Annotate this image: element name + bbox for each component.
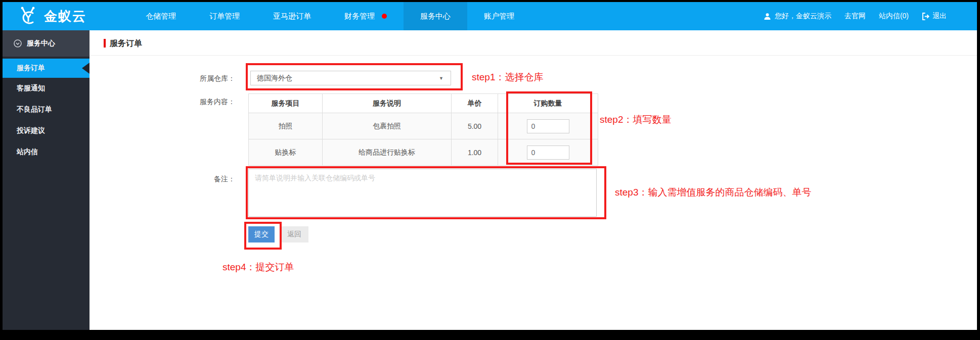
table-header-row: 服务项目 服务说明 单价 订购数量: [249, 94, 598, 113]
step4-annotation: step4：提交订单: [222, 261, 294, 274]
logout-label: 退出: [932, 12, 947, 21]
table-row: 贴换标 给商品进行贴换标 1.00: [249, 139, 598, 166]
sidebar-item-service-orders[interactable]: 服务订单: [3, 59, 90, 78]
warehouse-select[interactable]: 德国海外仓 ▼: [250, 71, 451, 85]
cell-unit-price: 1.00: [452, 139, 498, 166]
main-nav: 仓储管理 订单管理 亚马逊订单 财务管理 服务中心 账户管理: [129, 2, 531, 30]
qty-input-photo[interactable]: [527, 119, 569, 133]
notification-dot: [382, 14, 387, 19]
nav-item-finance[interactable]: 财务管理: [328, 2, 404, 30]
topbar-right: 您好，金蚁云演示 去官网 站内信(0) 退出: [764, 2, 947, 30]
col-service-item: 服务项目: [249, 94, 323, 113]
submit-button[interactable]: 提交: [248, 226, 275, 242]
logout-link[interactable]: 退出: [922, 12, 947, 21]
cell-order-qty: [498, 139, 598, 166]
cell-service-desc: 给商品进行贴换标: [323, 139, 452, 166]
service-table: 服务项目 服务说明 单价 订购数量 拍照 包裹拍照 5.00 贴换标 给商品进行…: [248, 93, 598, 166]
sidebar-item-label: 投诉建议: [17, 126, 45, 135]
official-site-link[interactable]: 去官网: [844, 12, 866, 21]
title-marker: [104, 39, 106, 47]
warehouse-select-value: 德国海外仓: [257, 74, 292, 83]
user-icon: [764, 13, 771, 20]
back-button[interactable]: 返回: [280, 226, 308, 242]
page-header: [90, 30, 977, 56]
active-item-arrow-icon: [82, 63, 90, 74]
cell-order-qty: [498, 113, 598, 139]
col-unit-price: 单价: [452, 94, 498, 113]
nav-item-warehouse[interactable]: 仓储管理: [129, 2, 193, 30]
site-mail-label: 站内信(0): [879, 12, 909, 21]
sidebar-item-complaints[interactable]: 投诉建议: [3, 120, 90, 141]
official-site-label: 去官网: [844, 12, 866, 21]
step3-annotation: step3：输入需增值服务的商品仓储编码、单号: [615, 186, 811, 199]
user-greeting: 您好，金蚁云演示: [764, 12, 831, 21]
step1-annotation: step1：选择仓库: [472, 71, 543, 84]
nav-item-amazon-orders[interactable]: 亚马逊订单: [256, 2, 328, 30]
sidebar: 服务中心 服务订单 客服通知 不良品订单 投诉建议 站内信: [3, 30, 90, 330]
nav-item-finance-label: 财务管理: [344, 12, 375, 21]
col-service-desc: 服务说明: [323, 94, 452, 113]
site-mail-link[interactable]: 站内信(0): [879, 12, 909, 21]
user-greeting-text: 您好，金蚁云演示: [775, 12, 831, 21]
sidebar-item-site-mail[interactable]: 站内信: [3, 141, 90, 163]
cell-service-item: 拍照: [249, 113, 323, 139]
sidebar-item-defective-orders[interactable]: 不良品订单: [3, 99, 90, 120]
page-title: 服务订单: [110, 38, 142, 49]
logout-icon: [922, 13, 929, 20]
sidebar-item-label: 站内信: [17, 148, 38, 157]
app-window: 金蚁云 仓储管理 订单管理 亚马逊订单 财务管理 服务中心 账户管理 您好，金蚁…: [0, 0, 980, 340]
qty-input-relabel[interactable]: [527, 145, 569, 160]
circle-chevron-icon: [14, 39, 22, 47]
service-content-label: 服务内容：: [172, 98, 235, 107]
nav-item-orders[interactable]: 订单管理: [193, 2, 256, 30]
sidebar-header-label: 服务中心: [27, 39, 55, 48]
sidebar-item-cs-notice[interactable]: 客服通知: [3, 78, 90, 99]
sidebar-item-label: 服务订单: [17, 64, 45, 73]
table-row: 拍照 包裹拍照 5.00: [249, 113, 598, 139]
topbar: 金蚁云 仓储管理 订单管理 亚马逊订单 财务管理 服务中心 账户管理 您好，金蚁…: [3, 2, 977, 30]
chevron-down-icon: ▼: [439, 76, 443, 81]
step2-annotation: step2：填写数量: [600, 113, 671, 126]
cell-service-desc: 包裹拍照: [323, 113, 452, 139]
cell-unit-price: 5.00: [452, 113, 498, 139]
sidebar-item-label: 不良品订单: [17, 105, 52, 114]
sidebar-item-label: 客服通知: [17, 84, 45, 93]
remark-textarea[interactable]: [248, 169, 597, 217]
warehouse-label: 所属仓库：: [172, 74, 235, 83]
logo[interactable]: 金蚁云: [18, 2, 86, 30]
remark-label: 备注：: [172, 175, 235, 184]
col-order-qty: 订购数量: [498, 94, 598, 113]
logo-icon: [18, 7, 40, 26]
logo-text: 金蚁云: [44, 8, 86, 25]
cell-service-item: 贴换标: [249, 139, 323, 166]
nav-item-service-center[interactable]: 服务中心: [404, 2, 467, 30]
nav-item-account[interactable]: 账户管理: [467, 2, 531, 30]
sidebar-header-service-center[interactable]: 服务中心: [3, 30, 90, 57]
